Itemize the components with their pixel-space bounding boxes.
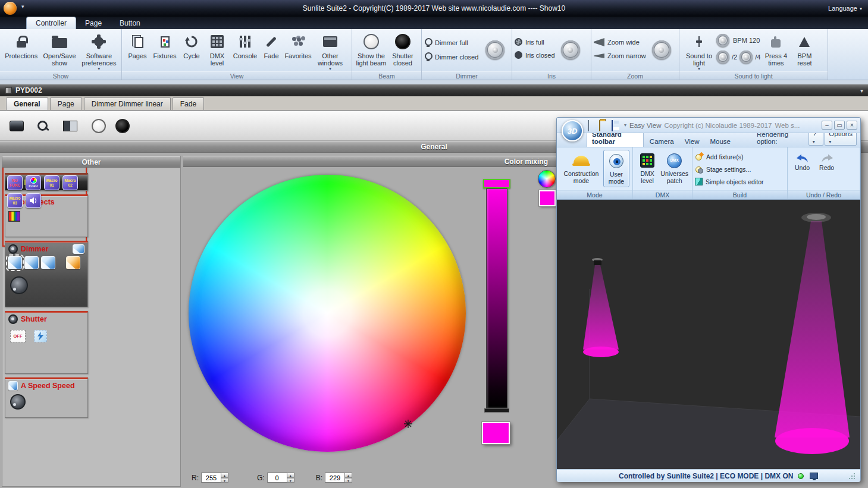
- dimmer-preset-3[interactable]: [41, 256, 55, 269]
- zoom-knob[interactable]: [652, 40, 671, 59]
- macro-01-button[interactable]: Macro 01: [44, 175, 59, 190]
- shutter-off-button[interactable]: OFF: [10, 330, 26, 342]
- strobe-button[interactable]: [34, 330, 47, 342]
- color-macro-button[interactable]: Color: [26, 175, 41, 190]
- dmx-level-button[interactable]: DMX level: [204, 31, 230, 68]
- tab-controller[interactable]: Controller: [26, 17, 76, 29]
- user-mode-button[interactable]: User mode: [603, 150, 629, 187]
- zoom-narrow-button[interactable]: Zoom narrow: [594, 52, 646, 60]
- dimmer-full-button[interactable]: Dimmer full: [424, 38, 478, 47]
- bpm-knob[interactable]: [716, 34, 729, 47]
- div2-knob[interactable]: [716, 51, 729, 64]
- protections-button[interactable]: Protections: [2, 31, 40, 61]
- pages-button[interactable]: Pages: [124, 31, 151, 61]
- monitor-icon[interactable]: [810, 473, 818, 479]
- color-wheel[interactable]: [189, 175, 466, 452]
- mini-color-wheel[interactable]: [538, 170, 556, 188]
- dimmer-preset-4[interactable]: [66, 256, 80, 269]
- resize-grip[interactable]: [848, 473, 856, 480]
- pyd-window-bar[interactable]: PYD002 ▾: [0, 84, 868, 96]
- r-input[interactable]: [201, 473, 221, 483]
- tab-mouse[interactable]: Mouse: [705, 136, 735, 147]
- split-view-button[interactable]: [63, 121, 77, 131]
- slider-handle[interactable]: [483, 179, 510, 188]
- language-menu[interactable]: Language▾: [828, 0, 862, 17]
- g-input[interactable]: [267, 473, 287, 483]
- zoom-wide-button[interactable]: Zoom wide: [594, 38, 646, 46]
- tab-camera[interactable]: Camera: [645, 136, 679, 147]
- dimmer-preset-1[interactable]: [8, 256, 22, 269]
- iris-closed-button[interactable]: Iris closed: [515, 51, 555, 59]
- g-down-button[interactable]: ▼: [287, 478, 294, 483]
- save-icon[interactable]: [612, 120, 613, 131]
- r-up-button[interactable]: ▲: [221, 473, 228, 478]
- b-input[interactable]: [325, 473, 345, 483]
- color-wheel-cursor[interactable]: [404, 420, 412, 428]
- dimmer-level-knob[interactable]: [10, 276, 28, 294]
- dimmer-knob[interactable]: [485, 40, 504, 59]
- no-func-button[interactable]: NO FUNC: [7, 175, 23, 190]
- maximize-button[interactable]: ▭: [834, 121, 845, 130]
- display-button[interactable]: [10, 121, 24, 131]
- preset-icon[interactable]: [73, 244, 84, 254]
- universes-patch-button[interactable]: DMX Universes patch: [659, 150, 690, 186]
- iris-full-button[interactable]: Iris full: [515, 38, 555, 46]
- chevron-down-icon[interactable]: ▾: [624, 122, 626, 128]
- b-up-button[interactable]: ▲: [345, 473, 352, 478]
- dmx-level-button-ev[interactable]: DMX level: [635, 150, 659, 186]
- iris-knob[interactable]: [561, 40, 580, 59]
- open-save-show-button[interactable]: Open/Save show: [40, 31, 79, 68]
- stage-3d-viewport[interactable]: [557, 200, 860, 469]
- add-fixtures-button[interactable]: Add fixture(s): [695, 150, 743, 163]
- easy-view-titlebar[interactable]: 3D ▾ Easy View Copyright (c) Nicolaudie …: [557, 118, 860, 133]
- tab-general[interactable]: General: [6, 97, 48, 110]
- close-button[interactable]: ×: [847, 121, 857, 130]
- minimize-button[interactable]: –: [822, 121, 832, 130]
- stage-settings-button[interactable]: Stage settings...: [695, 163, 751, 175]
- new-document-icon[interactable]: [588, 120, 589, 131]
- g-up-button[interactable]: ▲: [287, 473, 294, 478]
- bpm-reset-button[interactable]: BPM reset: [791, 31, 817, 68]
- rainbow-effect-icon[interactable]: [8, 211, 20, 222]
- div4-knob[interactable]: [739, 51, 753, 64]
- redo-button[interactable]: Redo: [819, 153, 834, 171]
- dimmer-preset-2[interactable]: [24, 256, 39, 269]
- dimmer-block[interactable]: Dimmer: [5, 241, 88, 307]
- tab-fade[interactable]: Fade: [173, 97, 204, 110]
- construction-mode-button[interactable]: Construction mode: [559, 150, 603, 186]
- undo-button[interactable]: Undo: [795, 153, 810, 171]
- fixtures-button[interactable]: Fixtures: [151, 31, 179, 61]
- macro-03-button[interactable]: Macro 03: [7, 193, 23, 208]
- beam-open-button[interactable]: [92, 119, 106, 133]
- r-down-button[interactable]: ▼: [221, 478, 228, 483]
- press-4-times-button[interactable]: Press 4 times: [760, 31, 791, 68]
- sound-to-light-button[interactable]: Sound to light ▾: [682, 31, 716, 73]
- tab-view[interactable]: View: [680, 136, 704, 147]
- chevron-down-icon[interactable]: ▾: [860, 87, 863, 94]
- software-preferences-button[interactable]: Software preferences ▾: [79, 31, 119, 73]
- macro-02-button[interactable]: Macro 02: [62, 175, 78, 190]
- other-windows-button[interactable]: Other windows ▾: [314, 31, 347, 73]
- intensity-slider[interactable]: [483, 179, 510, 413]
- tab-button[interactable]: Button: [111, 17, 149, 29]
- simple-objects-editor-button[interactable]: Simple objects editor: [695, 175, 763, 188]
- open-folder-icon[interactable]: [599, 120, 600, 131]
- slider-track[interactable]: [486, 188, 507, 408]
- favorites-button[interactable]: Favorites: [283, 31, 314, 61]
- fade-button[interactable]: Fade: [260, 31, 283, 61]
- tab-page2[interactable]: Page: [50, 97, 82, 110]
- beam-closed-button[interactable]: [115, 119, 130, 133]
- shutter-closed-button[interactable]: Shutter closed: [388, 31, 418, 68]
- cycle-button[interactable]: Cycle: [179, 31, 204, 61]
- speaker-button[interactable]: [26, 193, 41, 208]
- tab-dimmer-linear[interactable]: Dimmer Dimmer linear: [84, 97, 171, 110]
- speed-knob[interactable]: [10, 394, 26, 410]
- b-down-button[interactable]: ▼: [345, 478, 352, 483]
- magnifier-button[interactable]: [37, 120, 49, 132]
- show-light-beam-button[interactable]: Show the light beam: [355, 31, 388, 68]
- tab-page[interactable]: Page: [76, 17, 111, 29]
- dimmer-closed-button[interactable]: Dimmer closed: [424, 52, 478, 61]
- shutter-block[interactable]: Shutter OFF: [5, 311, 88, 374]
- console-button[interactable]: Console: [230, 31, 260, 61]
- speed-block[interactable]: A Speed Speed: [5, 377, 88, 418]
